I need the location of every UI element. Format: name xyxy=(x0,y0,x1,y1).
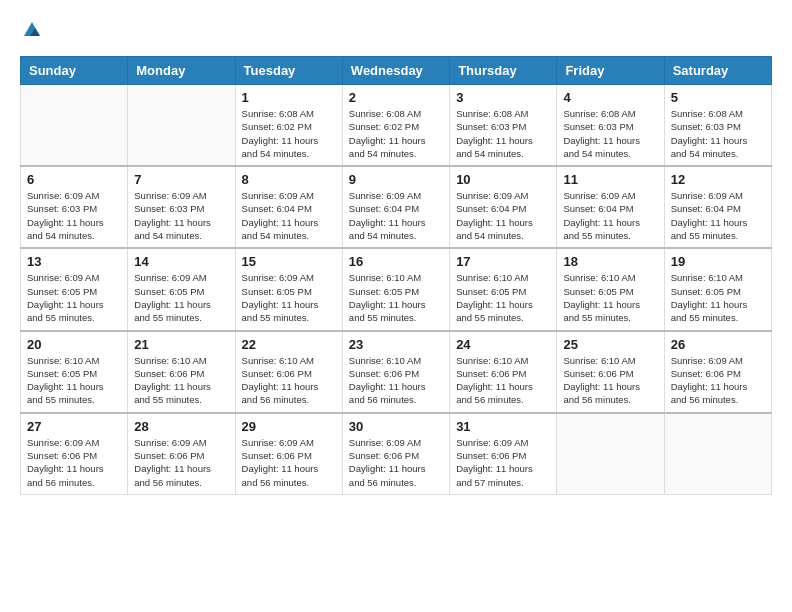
calendar-cell: 14Sunrise: 6:09 AM Sunset: 6:05 PM Dayli… xyxy=(128,248,235,330)
day-info: Sunrise: 6:09 AM Sunset: 6:06 PM Dayligh… xyxy=(671,354,765,407)
day-info: Sunrise: 6:10 AM Sunset: 6:06 PM Dayligh… xyxy=(349,354,443,407)
calendar-cell: 17Sunrise: 6:10 AM Sunset: 6:05 PM Dayli… xyxy=(450,248,557,330)
day-info: Sunrise: 6:09 AM Sunset: 6:04 PM Dayligh… xyxy=(349,189,443,242)
day-number: 27 xyxy=(27,419,121,434)
day-number: 17 xyxy=(456,254,550,269)
day-number: 10 xyxy=(456,172,550,187)
calendar-cell: 1Sunrise: 6:08 AM Sunset: 6:02 PM Daylig… xyxy=(235,85,342,167)
day-number: 20 xyxy=(27,337,121,352)
day-info: Sunrise: 6:10 AM Sunset: 6:05 PM Dayligh… xyxy=(456,271,550,324)
day-info: Sunrise: 6:10 AM Sunset: 6:05 PM Dayligh… xyxy=(671,271,765,324)
calendar-week-2: 6Sunrise: 6:09 AM Sunset: 6:03 PM Daylig… xyxy=(21,166,772,248)
page-header xyxy=(20,20,772,40)
calendar-cell xyxy=(21,85,128,167)
day-number: 23 xyxy=(349,337,443,352)
calendar-header-wednesday: Wednesday xyxy=(342,57,449,85)
day-number: 1 xyxy=(242,90,336,105)
day-info: Sunrise: 6:09 AM Sunset: 6:03 PM Dayligh… xyxy=(134,189,228,242)
calendar-week-5: 27Sunrise: 6:09 AM Sunset: 6:06 PM Dayli… xyxy=(21,413,772,495)
calendar-header-monday: Monday xyxy=(128,57,235,85)
day-number: 12 xyxy=(671,172,765,187)
day-info: Sunrise: 6:08 AM Sunset: 6:03 PM Dayligh… xyxy=(563,107,657,160)
day-number: 21 xyxy=(134,337,228,352)
day-number: 6 xyxy=(27,172,121,187)
calendar-cell: 6Sunrise: 6:09 AM Sunset: 6:03 PM Daylig… xyxy=(21,166,128,248)
calendar-cell: 9Sunrise: 6:09 AM Sunset: 6:04 PM Daylig… xyxy=(342,166,449,248)
day-info: Sunrise: 6:09 AM Sunset: 6:06 PM Dayligh… xyxy=(349,436,443,489)
day-number: 18 xyxy=(563,254,657,269)
day-info: Sunrise: 6:10 AM Sunset: 6:06 PM Dayligh… xyxy=(563,354,657,407)
calendar-header-saturday: Saturday xyxy=(664,57,771,85)
calendar-cell: 8Sunrise: 6:09 AM Sunset: 6:04 PM Daylig… xyxy=(235,166,342,248)
calendar-cell: 11Sunrise: 6:09 AM Sunset: 6:04 PM Dayli… xyxy=(557,166,664,248)
day-number: 4 xyxy=(563,90,657,105)
calendar-cell: 7Sunrise: 6:09 AM Sunset: 6:03 PM Daylig… xyxy=(128,166,235,248)
calendar-cell: 2Sunrise: 6:08 AM Sunset: 6:02 PM Daylig… xyxy=(342,85,449,167)
calendar-cell: 18Sunrise: 6:10 AM Sunset: 6:05 PM Dayli… xyxy=(557,248,664,330)
day-info: Sunrise: 6:09 AM Sunset: 6:06 PM Dayligh… xyxy=(242,436,336,489)
day-number: 13 xyxy=(27,254,121,269)
day-info: Sunrise: 6:09 AM Sunset: 6:06 PM Dayligh… xyxy=(27,436,121,489)
day-number: 11 xyxy=(563,172,657,187)
calendar-week-1: 1Sunrise: 6:08 AM Sunset: 6:02 PM Daylig… xyxy=(21,85,772,167)
calendar-cell: 31Sunrise: 6:09 AM Sunset: 6:06 PM Dayli… xyxy=(450,413,557,495)
calendar-header-thursday: Thursday xyxy=(450,57,557,85)
day-number: 22 xyxy=(242,337,336,352)
day-info: Sunrise: 6:08 AM Sunset: 6:02 PM Dayligh… xyxy=(349,107,443,160)
day-info: Sunrise: 6:09 AM Sunset: 6:03 PM Dayligh… xyxy=(27,189,121,242)
calendar-cell: 24Sunrise: 6:10 AM Sunset: 6:06 PM Dayli… xyxy=(450,331,557,413)
logo xyxy=(20,20,42,40)
day-info: Sunrise: 6:10 AM Sunset: 6:06 PM Dayligh… xyxy=(456,354,550,407)
day-info: Sunrise: 6:10 AM Sunset: 6:05 PM Dayligh… xyxy=(349,271,443,324)
day-info: Sunrise: 6:09 AM Sunset: 6:06 PM Dayligh… xyxy=(134,436,228,489)
day-number: 8 xyxy=(242,172,336,187)
day-number: 28 xyxy=(134,419,228,434)
calendar-cell: 25Sunrise: 6:10 AM Sunset: 6:06 PM Dayli… xyxy=(557,331,664,413)
logo-icon xyxy=(22,20,42,40)
calendar-cell: 13Sunrise: 6:09 AM Sunset: 6:05 PM Dayli… xyxy=(21,248,128,330)
calendar-cell: 19Sunrise: 6:10 AM Sunset: 6:05 PM Dayli… xyxy=(664,248,771,330)
day-number: 2 xyxy=(349,90,443,105)
day-info: Sunrise: 6:09 AM Sunset: 6:04 PM Dayligh… xyxy=(242,189,336,242)
calendar-cell: 15Sunrise: 6:09 AM Sunset: 6:05 PM Dayli… xyxy=(235,248,342,330)
day-number: 5 xyxy=(671,90,765,105)
day-info: Sunrise: 6:09 AM Sunset: 6:05 PM Dayligh… xyxy=(134,271,228,324)
day-info: Sunrise: 6:09 AM Sunset: 6:04 PM Dayligh… xyxy=(563,189,657,242)
calendar-cell: 29Sunrise: 6:09 AM Sunset: 6:06 PM Dayli… xyxy=(235,413,342,495)
day-info: Sunrise: 6:10 AM Sunset: 6:06 PM Dayligh… xyxy=(242,354,336,407)
calendar-cell: 3Sunrise: 6:08 AM Sunset: 6:03 PM Daylig… xyxy=(450,85,557,167)
day-number: 26 xyxy=(671,337,765,352)
day-info: Sunrise: 6:10 AM Sunset: 6:05 PM Dayligh… xyxy=(27,354,121,407)
day-number: 29 xyxy=(242,419,336,434)
calendar-cell: 27Sunrise: 6:09 AM Sunset: 6:06 PM Dayli… xyxy=(21,413,128,495)
calendar-header-tuesday: Tuesday xyxy=(235,57,342,85)
calendar-cell: 26Sunrise: 6:09 AM Sunset: 6:06 PM Dayli… xyxy=(664,331,771,413)
day-number: 7 xyxy=(134,172,228,187)
day-number: 25 xyxy=(563,337,657,352)
day-info: Sunrise: 6:09 AM Sunset: 6:04 PM Dayligh… xyxy=(456,189,550,242)
calendar-cell: 10Sunrise: 6:09 AM Sunset: 6:04 PM Dayli… xyxy=(450,166,557,248)
day-info: Sunrise: 6:10 AM Sunset: 6:06 PM Dayligh… xyxy=(134,354,228,407)
calendar-cell: 30Sunrise: 6:09 AM Sunset: 6:06 PM Dayli… xyxy=(342,413,449,495)
calendar-week-4: 20Sunrise: 6:10 AM Sunset: 6:05 PM Dayli… xyxy=(21,331,772,413)
calendar-cell: 4Sunrise: 6:08 AM Sunset: 6:03 PM Daylig… xyxy=(557,85,664,167)
day-info: Sunrise: 6:10 AM Sunset: 6:05 PM Dayligh… xyxy=(563,271,657,324)
calendar-cell xyxy=(557,413,664,495)
day-number: 9 xyxy=(349,172,443,187)
day-number: 19 xyxy=(671,254,765,269)
calendar-cell: 12Sunrise: 6:09 AM Sunset: 6:04 PM Dayli… xyxy=(664,166,771,248)
day-number: 31 xyxy=(456,419,550,434)
day-info: Sunrise: 6:09 AM Sunset: 6:05 PM Dayligh… xyxy=(27,271,121,324)
day-number: 24 xyxy=(456,337,550,352)
calendar-cell: 20Sunrise: 6:10 AM Sunset: 6:05 PM Dayli… xyxy=(21,331,128,413)
calendar-cell xyxy=(128,85,235,167)
calendar-header-friday: Friday xyxy=(557,57,664,85)
calendar-cell: 22Sunrise: 6:10 AM Sunset: 6:06 PM Dayli… xyxy=(235,331,342,413)
day-info: Sunrise: 6:08 AM Sunset: 6:02 PM Dayligh… xyxy=(242,107,336,160)
calendar-cell: 16Sunrise: 6:10 AM Sunset: 6:05 PM Dayli… xyxy=(342,248,449,330)
calendar-header-sunday: Sunday xyxy=(21,57,128,85)
calendar-cell xyxy=(664,413,771,495)
day-info: Sunrise: 6:09 AM Sunset: 6:04 PM Dayligh… xyxy=(671,189,765,242)
day-info: Sunrise: 6:09 AM Sunset: 6:06 PM Dayligh… xyxy=(456,436,550,489)
day-number: 14 xyxy=(134,254,228,269)
